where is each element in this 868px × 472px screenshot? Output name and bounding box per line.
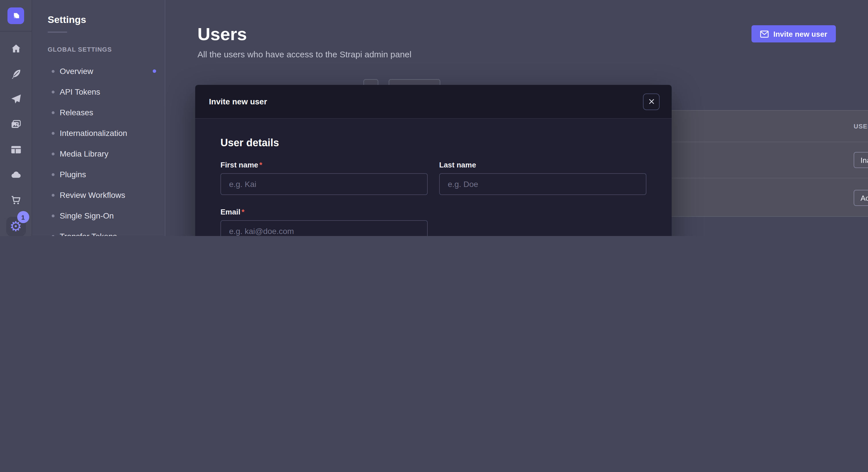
feather-icon[interactable] (9, 67, 23, 81)
rail-divider (0, 31, 32, 32)
strapi-admin: ⚙ 1 KD Settings GLOBAL SETTINGS Overview… (0, 0, 868, 236)
modal-title: Invite new user (209, 97, 267, 106)
layout-icon[interactable] (9, 143, 23, 157)
status-badge: Inactive (854, 152, 868, 168)
modal-body: User details First name* Last name Email… (195, 119, 672, 236)
sidebar-item-releases[interactable]: Releases (32, 102, 165, 123)
bullet-icon (52, 214, 55, 217)
bullet-icon (52, 132, 55, 134)
sidebar-title: Settings (48, 14, 165, 26)
required-mark: * (241, 208, 244, 216)
sidebar-item-single-sign-on[interactable]: Single Sign-On (32, 205, 165, 226)
last-name-field: Last name (439, 161, 646, 195)
media-library-icon[interactable] (9, 117, 23, 131)
required-mark: * (259, 161, 262, 169)
envelope-icon (760, 30, 769, 38)
strapi-logo-icon (11, 11, 21, 21)
close-button[interactable] (643, 93, 660, 110)
settings-tile[interactable]: ⚙ 1 (6, 217, 26, 236)
bullet-icon (52, 111, 55, 114)
modal-header: Invite new user (195, 85, 672, 119)
sidebar-item-review-workflows[interactable]: Review Workflows (32, 185, 165, 205)
sidebar-item-api-tokens[interactable]: API Tokens (32, 81, 165, 102)
invite-user-modal: Invite new user User details First name*… (195, 85, 672, 236)
email-input[interactable] (220, 220, 428, 236)
notification-dot (153, 69, 156, 73)
invite-new-user-button[interactable]: Invite new user (751, 25, 836, 42)
title-rule (48, 32, 67, 33)
bullet-icon (52, 194, 55, 196)
home-icon[interactable] (9, 42, 23, 56)
last-name-input[interactable] (439, 173, 646, 195)
section-global-settings: GLOBAL SETTINGS Overview API Tokens Rele… (32, 45, 165, 236)
sidebar-item-internationalization[interactable]: Internationalization (32, 123, 165, 143)
settings-badge: 1 (17, 211, 29, 223)
first-name-field: First name* (220, 161, 428, 195)
paper-plane-icon[interactable] (9, 92, 23, 106)
settings-sidebar: Settings GLOBAL SETTINGS Overview API To… (32, 0, 165, 236)
page-subtitle: All the users who have access to the Str… (197, 49, 868, 59)
bullet-icon (52, 152, 55, 155)
strapi-logo[interactable] (7, 7, 24, 24)
sidebar-item-overview[interactable]: Overview (32, 61, 165, 81)
close-icon (647, 98, 655, 105)
sidebar-item-transfer-tokens[interactable]: Transfer Tokens (32, 226, 165, 236)
email-field: Email* (220, 208, 428, 236)
cart-icon[interactable] (9, 193, 23, 207)
first-name-input[interactable] (220, 173, 428, 195)
status-badge: Active (854, 190, 868, 206)
bullet-icon (52, 70, 55, 72)
sidebar-item-plugins[interactable]: Plugins (32, 164, 165, 185)
bullet-icon (52, 173, 55, 176)
app-icon-rail: ⚙ 1 KD (0, 0, 32, 236)
sidebar-item-media-library[interactable]: Media Library (32, 143, 165, 164)
bullet-icon (52, 235, 55, 236)
bullet-icon (52, 90, 55, 93)
cloud-icon[interactable] (9, 168, 23, 182)
user-details-heading: User details (220, 137, 646, 149)
